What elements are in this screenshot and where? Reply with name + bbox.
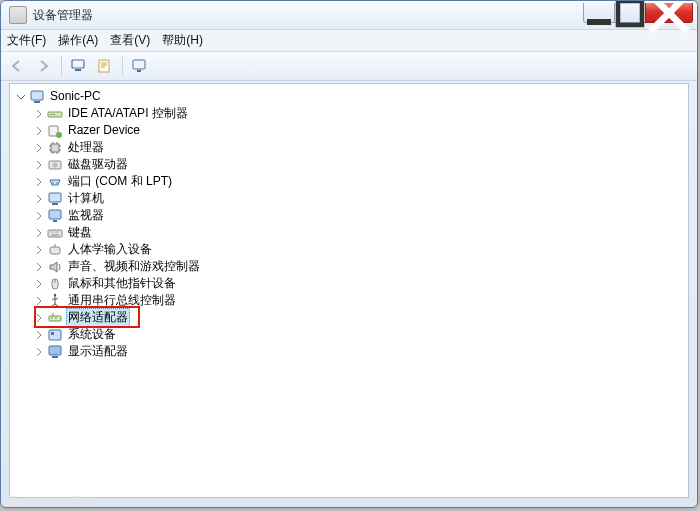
menu-view[interactable]: 查看(V) [110,32,150,49]
svg-rect-3 [75,69,81,71]
toolbar-forward-button[interactable] [31,55,55,77]
tree-item[interactable]: 磁盘驱动器 [14,156,688,173]
disk-icon [47,157,63,173]
svg-rect-21 [49,210,61,219]
arrow-right-icon [36,59,50,73]
close-icon [646,0,692,36]
computer-icon [47,191,63,207]
arrow-left-icon [10,59,24,73]
tree-item-label: 系统设备 [66,326,118,343]
keyboard-icon [47,225,63,241]
svg-rect-22 [53,220,57,222]
toolbar-back-button[interactable] [5,55,29,77]
svg-rect-19 [49,193,61,202]
svg-rect-11 [53,114,55,115]
toolbar-console-button[interactable] [66,55,90,77]
menu-action[interactable]: 操作(A) [58,32,98,49]
minimize-button[interactable] [583,3,615,23]
expander-icon[interactable] [32,294,46,308]
network-icon [47,310,63,326]
tree-item[interactable]: 显示适配器 [14,343,688,360]
svg-rect-31 [52,356,58,358]
maximize-button[interactable] [615,3,645,23]
toolbar-help-button[interactable] [127,55,151,77]
svg-rect-29 [51,332,54,335]
tree-item-label: 通用串行总线控制器 [66,292,178,309]
expander-icon[interactable] [32,226,46,240]
svg-point-17 [52,182,54,184]
expander-icon[interactable] [32,243,46,257]
tree-item-label: 声音、视频和游戏控制器 [66,258,202,275]
expander-icon[interactable] [32,345,46,359]
expander-icon[interactable] [32,158,46,172]
tree-item-label: 计算机 [66,190,106,207]
toolbar-separator [61,56,62,76]
svg-rect-1 [618,1,642,25]
audio-icon [47,259,63,275]
svg-rect-6 [137,70,141,72]
tree-item[interactable]: 系统设备 [14,326,688,343]
tree-item[interactable]: 计算机 [14,190,688,207]
tree-root[interactable]: Sonic-PC [14,88,688,105]
help-icon [132,59,146,73]
tree-item[interactable]: IDE ATA/ATAPI 控制器 [14,105,688,122]
svg-point-26 [54,293,56,295]
svg-rect-5 [133,60,145,69]
tree-item-label: IDE ATA/ATAPI 控制器 [66,105,190,122]
minimize-icon [584,0,614,28]
tree-item[interactable]: 网络适配器 [14,309,688,326]
svg-rect-7 [31,91,43,100]
expander-icon[interactable] [32,277,46,291]
cpu-icon [47,140,63,156]
tree-item-label: 人体学输入设备 [66,241,154,258]
expander-icon[interactable] [32,311,46,325]
tree-item[interactable]: Razer Device [14,122,688,139]
toolbar-separator [122,56,123,76]
tree-item[interactable]: 通用串行总线控制器 [14,292,688,309]
tree-item-label: 网络适配器 [66,308,130,327]
expander-icon[interactable] [14,90,28,104]
razer-icon [47,123,63,139]
menu-file[interactable]: 文件(F) [7,32,46,49]
tree-item[interactable]: 键盘 [14,224,688,241]
tree-item-label: 端口 (COM 和 LPT) [66,173,174,190]
toolbar [1,52,697,81]
tree-item[interactable]: 端口 (COM 和 LPT) [14,173,688,190]
tree-item[interactable]: 鼠标和其他指针设备 [14,275,688,292]
menubar: 文件(F) 操作(A) 查看(V) 帮助(H) [1,30,697,52]
close-button[interactable] [645,3,693,23]
svg-rect-20 [52,203,58,205]
svg-point-13 [56,132,62,138]
window-controls [583,7,693,23]
window-frame: 设备管理器 文件(F) 操作(A) 查看(V) 帮助(H) [0,0,698,508]
svg-rect-0 [587,19,611,25]
svg-point-18 [56,182,58,184]
tree-item[interactable]: 处理器 [14,139,688,156]
expander-icon[interactable] [32,209,46,223]
tree-item[interactable]: 声音、视频和游戏控制器 [14,258,688,275]
tree-item[interactable]: 人体学输入设备 [14,241,688,258]
svg-rect-23 [48,230,62,237]
console-icon [71,59,85,73]
port-icon [47,174,63,190]
tree-item[interactable]: 监视器 [14,207,688,224]
expander-icon[interactable] [32,107,46,121]
svg-rect-24 [50,247,60,254]
computer-icon [29,89,45,105]
expander-icon[interactable] [32,124,46,138]
toolbar-properties-button[interactable] [92,55,116,77]
expander-icon[interactable] [32,192,46,206]
expander-icon[interactable] [32,328,46,342]
tree-item-label: 键盘 [66,224,94,241]
svg-rect-2 [72,60,84,68]
expander-icon[interactable] [32,175,46,189]
expander-icon[interactable] [32,260,46,274]
svg-rect-30 [49,346,61,355]
titlebar[interactable]: 设备管理器 [1,1,697,30]
expander-icon[interactable] [32,141,46,155]
svg-rect-14 [51,144,59,152]
menu-help[interactable]: 帮助(H) [162,32,203,49]
tree-item-label: 显示适配器 [66,343,130,360]
device-tree-panel[interactable]: Sonic-PCIDE ATA/ATAPI 控制器Razer Device处理器… [9,83,689,498]
device-tree: Sonic-PCIDE ATA/ATAPI 控制器Razer Device处理器… [10,84,688,360]
